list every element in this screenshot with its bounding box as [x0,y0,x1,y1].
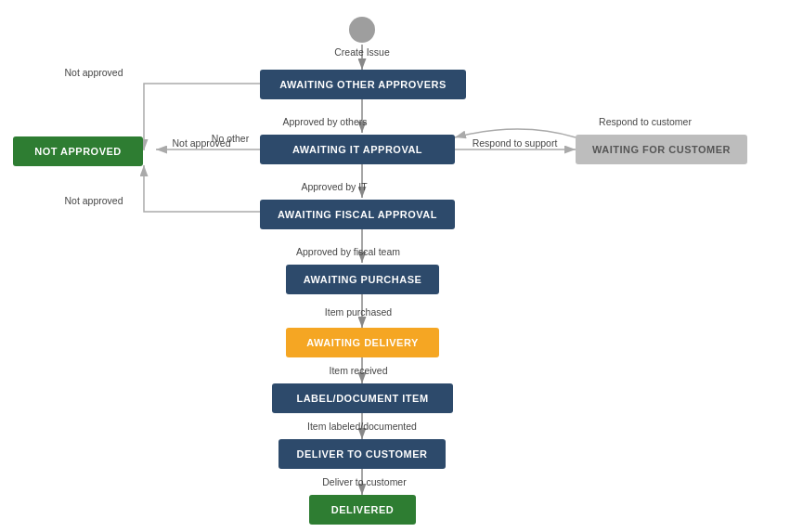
label-approved-by-it: Approved by IT [288,181,381,192]
label-deliver-to-customer: Deliver to customer [297,476,432,487]
label-respond-to-customer: Respond to customer [585,116,706,127]
label-item-labeled: Item labeled/documented [278,421,446,432]
label-not-approved-1: Not approved [52,67,136,78]
label-not-approved-2: Not approved [160,137,243,149]
workflow-diagram: Create Issue AWAITING OTHER APPROVERS No… [0,0,790,532]
node-awaiting-other-approvers[interactable]: AWAITING OTHER APPROVERS [260,70,466,99]
node-awaiting-delivery[interactable]: AWAITING DELIVERY [286,328,439,357]
label-approved-by-others: Approved by others [269,116,381,127]
node-label-document-item[interactable]: LABEL/DOCUMENT ITEM [272,383,453,413]
label-item-received: Item received [303,365,414,376]
node-deliver-to-customer[interactable]: DELIVER TO CUSTOMER [278,439,446,469]
label-approved-by-fiscal: Approved by fiscal team [283,246,413,257]
label-not-approved-3: Not approved [52,195,136,206]
label-respond-to-support: Respond to support [461,137,568,149]
node-awaiting-it-approval[interactable]: AWAITING IT APPROVAL [260,135,455,164]
node-awaiting-fiscal-approval[interactable]: AWAITING FISCAL APPROVAL [260,200,455,229]
start-node [349,17,375,43]
node-not-approved[interactable]: NOT APPROVED [13,136,143,166]
label-item-purchased: Item purchased [303,306,414,318]
label-create-issue: Create Issue [316,46,408,58]
node-awaiting-purchase[interactable]: AWAITING PURCHASE [286,265,439,294]
node-waiting-for-customer[interactable]: WAITING FOR CUSTOMER [576,135,747,164]
node-delivered[interactable]: DELIVERED [309,495,416,525]
